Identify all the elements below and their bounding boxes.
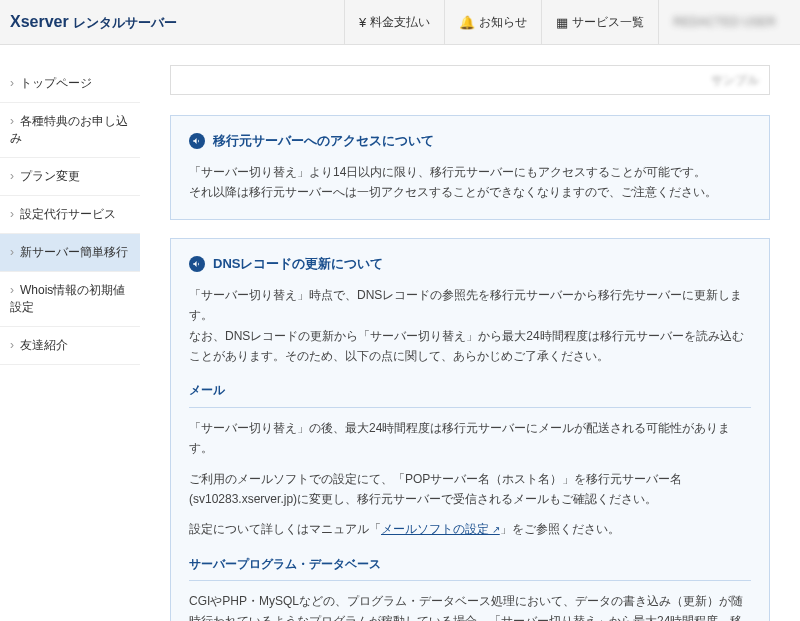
- sidebar: トップページ 各種特典のお申し込み プラン変更 設定代行サービス 新サーバー簡単…: [0, 45, 140, 621]
- info-box-access: 移行元サーバーへのアクセスについて 「サーバー切り替え」より14日以内に限り、移…: [170, 115, 770, 220]
- nav-user[interactable]: REDACTED USER: [658, 0, 790, 45]
- info-title: 移行元サーバーへのアクセスについて: [213, 132, 434, 150]
- nav-label: お知らせ: [479, 14, 527, 31]
- stub-text: サンプル: [711, 72, 759, 89]
- sidebar-item-migration[interactable]: 新サーバー簡単移行: [0, 234, 140, 272]
- info-line: 「サーバー切り替え」より14日以内に限り、移行元サーバーにもアクセスすることが可…: [189, 162, 751, 182]
- sidebar-item-tokuten[interactable]: 各種特典のお申し込み: [0, 103, 140, 158]
- text: 設定について詳しくはマニュアル「: [189, 522, 381, 536]
- header-nav: ¥ 料金支払い 🔔 お知らせ ▦ サービス一覧 REDACTED USER: [344, 0, 790, 45]
- sidebar-item-top[interactable]: トップページ: [0, 65, 140, 103]
- info-line: 設定について詳しくはマニュアル「メールソフトの設定 ↗」をご参照ください。: [189, 519, 751, 539]
- sidebar-item-daiko[interactable]: 設定代行サービス: [0, 196, 140, 234]
- info-line: ご利用のメールソフトでの設定にて、「POPサーバー名（ホスト名）」を移行元サーバ…: [189, 469, 751, 510]
- info-line: 「サーバー切り替え」時点で、DNSレコードの参照先を移行元サーバーから移行先サー…: [189, 285, 751, 326]
- manual-link[interactable]: メールソフトの設定 ↗: [381, 522, 500, 536]
- info-line: なお、DNSレコードの更新から「サーバー切り替え」から最大24時間程度は移行元サ…: [189, 326, 751, 367]
- subheading-program: サーバープログラム・データベース: [189, 554, 751, 581]
- info-box-dns: DNSレコードの更新について 「サーバー切り替え」時点で、DNSレコードの参照先…: [170, 238, 770, 621]
- text: 」をご参照ください。: [500, 522, 620, 536]
- sidebar-item-plan[interactable]: プラン変更: [0, 158, 140, 196]
- subheading-mail: メール: [189, 380, 751, 407]
- external-icon: ↗: [489, 524, 500, 535]
- grid-icon: ▦: [556, 15, 568, 30]
- previous-card-stub: サンプル: [170, 65, 770, 95]
- info-title: DNSレコードの更新について: [213, 255, 383, 273]
- nav-label: 料金支払い: [370, 14, 430, 31]
- header: Xserver レンタルサーバー ¥ 料金支払い 🔔 お知らせ ▦ サービス一覧…: [0, 0, 800, 45]
- nav-payment[interactable]: ¥ 料金支払い: [344, 0, 444, 45]
- info-line: CGIやPHP・MySQLなどの、プログラム・データベース処理において、データの…: [189, 591, 751, 621]
- user-label: REDACTED USER: [673, 15, 776, 29]
- nav-services[interactable]: ▦ サービス一覧: [541, 0, 658, 45]
- sidebar-item-whois[interactable]: Whois情報の初期値設定: [0, 272, 140, 327]
- nav-notice[interactable]: 🔔 お知らせ: [444, 0, 541, 45]
- nav-label: サービス一覧: [572, 14, 644, 31]
- bell-icon: 🔔: [459, 15, 475, 30]
- logo[interactable]: Xserver レンタルサーバー: [10, 13, 177, 32]
- logo-sub: レンタルサーバー: [73, 14, 177, 32]
- sidebar-item-referral[interactable]: 友達紹介: [0, 327, 140, 365]
- info-line: 「サーバー切り替え」の後、最大24時間程度は移行元サーバーにメールが配送される可…: [189, 418, 751, 459]
- info-line: それ以降は移行元サーバーへは一切アクセスすることができなくなりますので、ご注意く…: [189, 182, 751, 202]
- megaphone-icon: [189, 133, 205, 149]
- megaphone-icon: [189, 256, 205, 272]
- yen-icon: ¥: [359, 15, 366, 30]
- content: サンプル 移行元サーバーへのアクセスについて 「サーバー切り替え」より14日以内…: [140, 45, 800, 621]
- logo-primary: Xserver: [10, 13, 69, 31]
